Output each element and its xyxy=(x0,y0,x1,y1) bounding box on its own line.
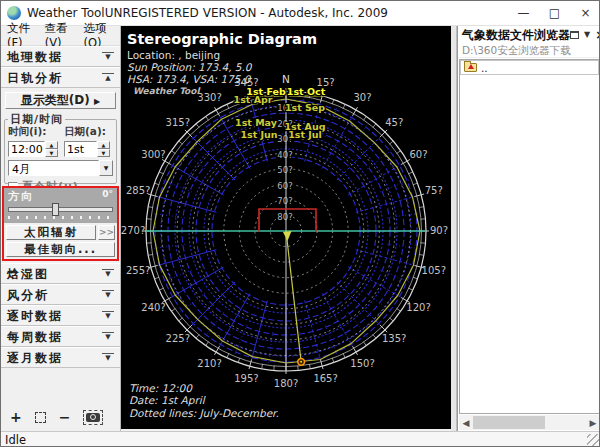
section-psychrometric-chart[interactable]: ▼ 焓湿图 xyxy=(1,263,120,284)
altitude-label: 80? xyxy=(277,212,292,222)
zoom-out-icon[interactable]: − xyxy=(59,410,71,424)
folder-up-icon xyxy=(464,63,477,72)
float-window-icon[interactable] xyxy=(570,31,579,39)
diagram-header: Stereographic Diagram Location: , beijin… xyxy=(127,31,317,96)
right-arrow-icon: ▶ xyxy=(94,97,100,106)
section-label: 风分析 xyxy=(7,288,49,302)
status-text: Idle xyxy=(5,433,26,447)
time-stepper[interactable]: 12:00 ▲▼ xyxy=(8,141,58,157)
screenshot-camera-icon[interactable] xyxy=(83,410,103,425)
month-label: 1st Sep xyxy=(285,102,325,113)
time-up-icon[interactable]: ▲ xyxy=(45,141,58,149)
azimuth-label: 150? xyxy=(350,358,374,369)
zoom-in-icon[interactable]: + xyxy=(10,410,22,424)
azimuth-label: 225? xyxy=(166,333,190,344)
section-label: 焓湿图 xyxy=(7,267,49,281)
month-label: 1st Jun xyxy=(240,129,277,140)
azimuth-label: 30? xyxy=(353,92,371,103)
section-monthly-data[interactable]: ▼ 逐月数据 xyxy=(1,347,120,368)
azimuth-label: 240? xyxy=(141,302,165,313)
orientation-label: 方向 xyxy=(8,189,34,204)
orientation-value: 0° xyxy=(102,189,113,204)
section-label: 日轨分析 xyxy=(7,71,63,85)
date-down-icon[interactable]: ▼ xyxy=(97,149,110,157)
expand-button[interactable]: >> xyxy=(98,225,115,240)
diagram-sun-position: Sun Position: 173.4, 5.0 xyxy=(127,61,317,73)
weather-file-browser-panel: 气象数据文件浏览器 ▼ × D:\360安全浏览器下载 .. ◀ ▶ xyxy=(457,26,600,431)
month-label: 1st Jul xyxy=(288,129,322,140)
section-label: 逐月数据 xyxy=(7,351,63,365)
section-sun-path-analysis[interactable]: ▲ 日轨分析 xyxy=(1,67,120,88)
diagram-footer: Time: 12:00 Date: 1st April Dotted lines… xyxy=(129,382,279,420)
azimuth-label: 105? xyxy=(422,265,446,276)
section-weekly-data[interactable]: ▼ 每周数据 xyxy=(1,326,120,347)
section-label: 逐时数据 xyxy=(7,309,63,323)
altitude-label: 70? xyxy=(277,196,292,206)
azimuth-label: 135? xyxy=(382,333,406,344)
collapse-icon: ▼ xyxy=(102,52,114,62)
footer-date: Date: 1st April xyxy=(129,394,279,407)
azimuth-label: 60? xyxy=(409,149,427,160)
panel-close-icon[interactable]: × xyxy=(595,29,600,41)
chevron-down-icon[interactable]: ▼ xyxy=(99,160,113,176)
section-geographic-data[interactable]: ▼ 地理数据 xyxy=(1,46,120,67)
date-up-icon[interactable]: ▲ xyxy=(97,141,110,149)
azimuth-label: 90? xyxy=(430,225,448,236)
maximize-button[interactable]: □ xyxy=(539,1,570,26)
collapse-icon: ▼ xyxy=(102,290,114,300)
date-label: 日期(a): xyxy=(64,125,106,139)
scrollbar-thumb[interactable] xyxy=(473,416,545,429)
time-down-icon[interactable]: ▼ xyxy=(45,149,58,157)
browser-path: D:\360安全浏览器下载 xyxy=(458,44,600,58)
collapse-icon: ▼ xyxy=(102,269,114,279)
stereographic-diagram-area[interactable]: 10?20?30?40?50?60?70?80?N15?30?45?60?75?… xyxy=(121,26,451,429)
display-type-label: 显示类型(D) xyxy=(21,93,90,107)
sun-arrow xyxy=(283,231,292,241)
date-stepper[interactable]: 1st ▲▼ xyxy=(64,141,110,157)
time-label: 时间(i): xyxy=(8,125,64,139)
resize-grip[interactable] xyxy=(587,434,600,447)
azimuth-label: 270? xyxy=(121,225,145,236)
date-time-group: 日期/时间 时间(i): 日期(a): 12:00 ▲▼ 1st ▲▼ xyxy=(4,112,117,184)
time-value[interactable]: 12:00 xyxy=(8,141,45,157)
list-item-parent-dir[interactable]: .. xyxy=(460,60,599,75)
section-label: 每周数据 xyxy=(7,330,63,344)
display-type-button[interactable]: 显示类型(D) ▶ xyxy=(5,92,116,109)
window-title: Weather ToolUNREGISTERED VERSION - Autod… xyxy=(27,6,388,20)
watermark: Weather Tool xyxy=(133,86,317,96)
expand-icon: ▲ xyxy=(102,73,114,83)
month-dropdown[interactable]: 4月 ▼ xyxy=(8,160,113,176)
close-button[interactable]: × xyxy=(570,1,600,26)
azimuth-label: 210? xyxy=(197,358,221,369)
altitude-label: 40? xyxy=(277,150,292,160)
scroll-left-icon[interactable]: ◀ xyxy=(459,418,473,428)
chevron-down-icon[interactable]: ▼ xyxy=(584,31,590,39)
orientation-highlight-box: 方向 0° 太阳辐射 >> 最佳朝向... xyxy=(2,186,119,261)
diagram-title: Stereographic Diagram xyxy=(127,31,317,47)
app-icon xyxy=(7,6,21,20)
orientation-slider[interactable] xyxy=(8,207,113,212)
section-wind-analysis[interactable]: ▼ 风分析 xyxy=(1,284,120,305)
zoom-extents-icon[interactable] xyxy=(35,412,46,423)
app-window: Weather ToolUNREGISTERED VERSION - Autod… xyxy=(0,0,600,447)
scroll-right-icon[interactable]: ▶ xyxy=(586,418,600,428)
sidebar: 文件(F) 查看(V) 选项(O) ▼ 地理数据 ▲ 日轨分析 显示类型(D) … xyxy=(1,26,121,431)
diagram-hsa-vsa: HSA: 173.4, VSA: 175.0 xyxy=(127,73,317,85)
diagram-location: Location: , beijing xyxy=(127,49,317,61)
minimize-button[interactable]: — xyxy=(508,1,539,26)
file-list[interactable]: .. xyxy=(459,59,600,414)
best-orientation-button[interactable]: 最佳朝向... xyxy=(6,242,115,257)
slider-thumb[interactable] xyxy=(52,203,59,216)
horizontal-scrollbar[interactable]: ◀ ▶ xyxy=(459,415,600,430)
menu-bar: 文件(F) 查看(V) 选项(O) xyxy=(1,26,120,46)
section-hourly-data[interactable]: ▼ 逐时数据 xyxy=(1,305,120,326)
azimuth-label: 45? xyxy=(385,117,403,128)
footer-note: Dotted lines: July-December. xyxy=(129,407,279,420)
solar-radiation-button[interactable]: 太阳辐射 xyxy=(6,225,96,240)
date-value[interactable]: 1st xyxy=(64,141,97,157)
item-label: .. xyxy=(481,62,488,74)
azimuth-label: 300? xyxy=(141,149,165,160)
azimuth-label: 285? xyxy=(126,185,150,196)
collapse-icon: ▼ xyxy=(102,311,114,321)
footer-time: Time: 12:00 xyxy=(129,382,279,395)
